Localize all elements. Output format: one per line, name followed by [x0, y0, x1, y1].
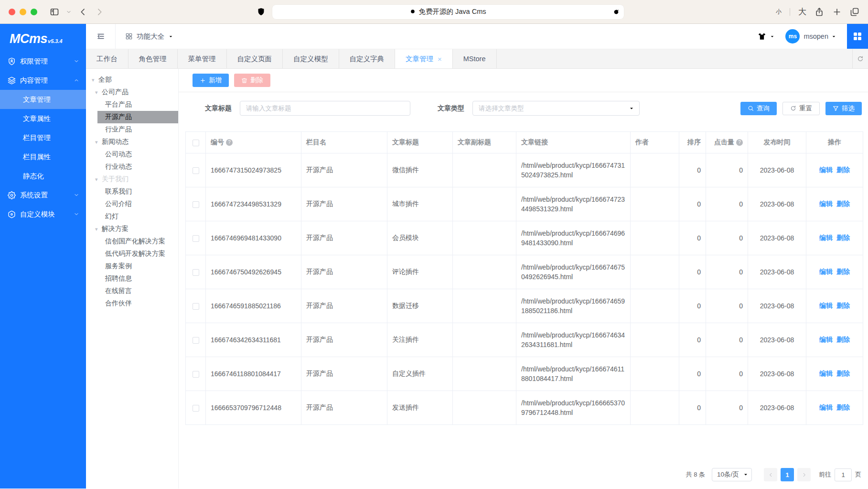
- add-button[interactable]: 新增: [193, 74, 229, 87]
- goto-page-input[interactable]: [835, 468, 852, 481]
- row-checkbox[interactable]: [193, 405, 199, 412]
- text-smaller-button[interactable]: 小: [776, 8, 782, 16]
- sidebar-subitem-栏目管理[interactable]: 栏目管理: [0, 128, 86, 147]
- close-tab-icon[interactable]: ×: [438, 55, 442, 63]
- username[interactable]: msopen: [804, 33, 828, 40]
- sidebar-item-系统设置[interactable]: 系统设置: [0, 185, 86, 205]
- row-checkbox[interactable]: [193, 337, 199, 344]
- text-larger-button[interactable]: 大: [798, 6, 806, 17]
- delete-link[interactable]: 删除: [836, 200, 850, 207]
- caret-down-icon[interactable]: ▾: [95, 89, 102, 96]
- theme-skin-icon[interactable]: [757, 32, 767, 41]
- article-type-select[interactable]: 请选择文章类型: [472, 101, 640, 116]
- tree-node-解决方案[interactable]: ▾解决方案: [86, 223, 178, 235]
- edit-link[interactable]: 编辑: [819, 268, 833, 275]
- row-checkbox[interactable]: [193, 303, 199, 310]
- delete-link[interactable]: 删除: [836, 403, 850, 411]
- refresh-tab-button[interactable]: [852, 49, 868, 68]
- tree-node-开源产品[interactable]: 开源产品: [97, 111, 178, 123]
- help-icon[interactable]: ?: [226, 139, 233, 146]
- sidebar-subitem-静态化[interactable]: 静态化: [0, 166, 86, 185]
- tab-自定义字典[interactable]: 自定义字典: [339, 49, 396, 68]
- chevron-down-icon[interactable]: [831, 34, 836, 39]
- tabs-overview-icon[interactable]: [850, 7, 859, 17]
- caret-down-icon[interactable]: ▾: [95, 226, 102, 232]
- row-checkbox[interactable]: [193, 269, 199, 276]
- row-checkbox[interactable]: [193, 167, 199, 174]
- edit-link[interactable]: 编辑: [819, 166, 833, 174]
- sidebar-item-权限管理[interactable]: 权限管理: [0, 52, 86, 71]
- edit-link[interactable]: 编辑: [819, 403, 833, 411]
- sidebar-subitem-栏目属性[interactable]: 栏目属性: [0, 147, 86, 166]
- edit-link[interactable]: 编辑: [819, 336, 833, 343]
- new-tab-icon[interactable]: [832, 7, 842, 17]
- query-button[interactable]: 查询: [740, 102, 777, 115]
- tree-node-全部[interactable]: ▾全部: [86, 74, 178, 86]
- select-all-checkbox[interactable]: [193, 140, 199, 146]
- edit-link[interactable]: 编辑: [819, 234, 833, 241]
- tab-自定义模型[interactable]: 自定义模型: [283, 49, 339, 68]
- caret-down-icon[interactable]: ▾: [95, 176, 102, 183]
- tree-node-联系我们[interactable]: 联系我们: [86, 185, 178, 198]
- tab-MStore[interactable]: MStore: [453, 49, 497, 68]
- tree-node-新闻动态[interactable]: ▾新闻动态: [86, 136, 178, 148]
- filter-button[interactable]: 筛选: [825, 102, 862, 115]
- delete-link[interactable]: 删除: [836, 268, 850, 275]
- tab-菜单管理[interactable]: 菜单管理: [178, 49, 227, 68]
- tab-文章管理[interactable]: 文章管理×: [395, 49, 453, 68]
- avatar[interactable]: ms: [785, 29, 800, 43]
- tree-node-关于我们[interactable]: ▾关于我们: [86, 173, 178, 185]
- row-checkbox[interactable]: [193, 201, 199, 208]
- tree-node-服务案例[interactable]: 服务案例: [86, 260, 178, 272]
- forward-button[interactable]: [95, 7, 104, 17]
- minimize-window-button[interactable]: [20, 9, 26, 15]
- reset-button[interactable]: 重置: [782, 102, 820, 115]
- sidebar-subitem-文章属性[interactable]: 文章属性: [0, 109, 86, 128]
- tree-node-平台产品[interactable]: 平台产品: [86, 98, 178, 111]
- tree-node-在线留言[interactable]: 在线留言: [86, 285, 178, 297]
- tree-node-信创国产化解决方案[interactable]: 信创国产化解决方案: [86, 235, 178, 248]
- tree-node-公司产品[interactable]: ▾公司产品: [86, 86, 178, 98]
- edit-link[interactable]: 编辑: [819, 200, 833, 207]
- article-title-input[interactable]: [240, 101, 410, 116]
- tree-node-公司动态[interactable]: 公司动态: [86, 148, 178, 161]
- sidebar-subitem-文章管理[interactable]: 文章管理: [0, 90, 86, 109]
- tree-node-幻灯[interactable]: 幻灯: [86, 210, 178, 223]
- tree-node-招聘信息[interactable]: 招聘信息: [86, 272, 178, 285]
- row-checkbox[interactable]: [193, 235, 199, 242]
- tab-工作台[interactable]: 工作台: [86, 49, 129, 68]
- delete-button[interactable]: 删除: [234, 74, 270, 87]
- delete-link[interactable]: 删除: [836, 369, 850, 377]
- close-window-button[interactable]: [9, 9, 15, 15]
- tree-node-行业动态[interactable]: 行业动态: [86, 161, 178, 173]
- tree-node-公司介绍[interactable]: 公司介绍: [86, 198, 178, 210]
- chevron-down-icon[interactable]: [770, 34, 775, 39]
- browser-sidebar-toggle-icon[interactable]: [50, 7, 59, 17]
- chevron-down-icon[interactable]: [66, 9, 72, 15]
- share-icon[interactable]: [814, 7, 824, 17]
- app-menu-button[interactable]: 功能大全: [116, 24, 183, 49]
- help-icon[interactable]: ?: [736, 139, 743, 146]
- delete-link[interactable]: 删除: [836, 336, 850, 343]
- caret-down-icon[interactable]: ▾: [95, 139, 102, 145]
- sidebar-item-内容管理[interactable]: 内容管理: [0, 71, 86, 90]
- reload-icon[interactable]: [613, 9, 620, 15]
- prev-page-button[interactable]: [764, 468, 777, 481]
- delete-link[interactable]: 删除: [836, 166, 850, 174]
- edit-link[interactable]: 编辑: [819, 369, 833, 377]
- delete-link[interactable]: 删除: [836, 234, 850, 241]
- tree-node-低代码开发解决方案[interactable]: 低代码开发解决方案: [86, 248, 178, 260]
- row-checkbox[interactable]: [193, 371, 199, 378]
- back-button[interactable]: [78, 7, 88, 17]
- zoom-window-button[interactable]: [31, 9, 37, 15]
- delete-link[interactable]: 删除: [836, 302, 850, 309]
- page-size-select[interactable]: 10条/页: [712, 468, 752, 481]
- collapse-sidebar-button[interactable]: [86, 24, 116, 49]
- address-bar[interactable]: 免费开源的 Java Cms: [272, 5, 624, 19]
- tree-node-合作伙伴[interactable]: 合作伙伴: [86, 297, 178, 310]
- apps-grid-button[interactable]: [847, 24, 868, 49]
- caret-down-icon[interactable]: ▾: [92, 77, 98, 83]
- next-page-button[interactable]: [797, 468, 811, 481]
- tab-自定义页面[interactable]: 自定义页面: [227, 49, 283, 68]
- page-1-button[interactable]: 1: [781, 468, 794, 481]
